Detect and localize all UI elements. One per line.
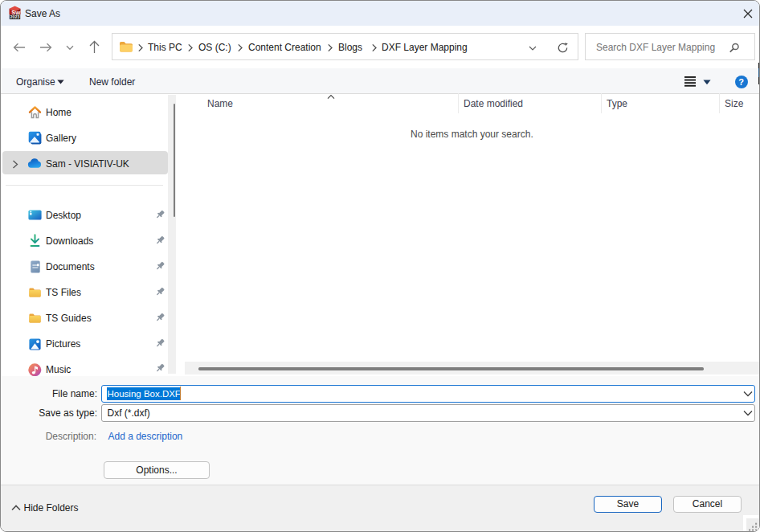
svg-text:2023: 2023 [10, 14, 20, 19]
